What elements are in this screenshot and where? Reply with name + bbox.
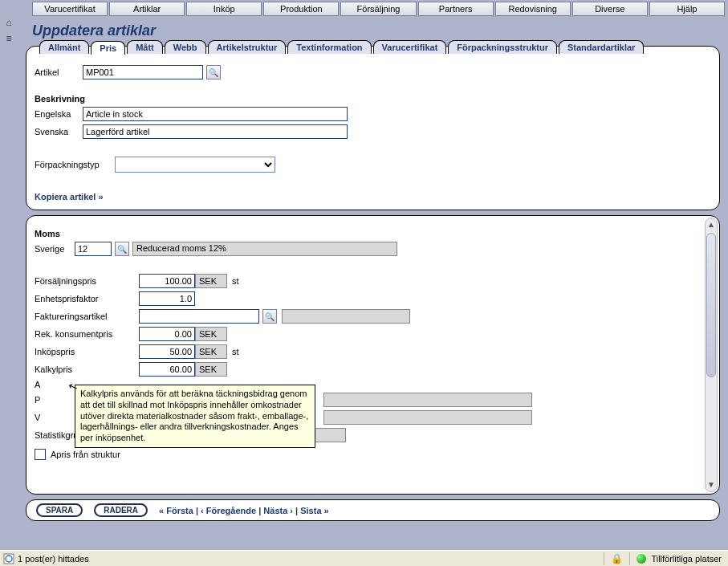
menu-forsaljning[interactable]: Försäljning xyxy=(340,2,416,16)
artikel-search-button[interactable]: 🔍 xyxy=(206,65,221,79)
tab-artikelstruktur[interactable]: Artikelstruktur xyxy=(208,40,287,54)
artikel-label: Artikel xyxy=(35,67,83,77)
kalkylpris-input[interactable] xyxy=(139,362,195,377)
status-bar: 1 post(er) hittades 🔒 Tillförlitliga pla… xyxy=(0,550,728,566)
menu-inkop[interactable]: Inköp xyxy=(186,2,262,16)
menu-diverse[interactable]: Diverse xyxy=(572,2,648,16)
obscured-desc-p xyxy=(323,393,532,407)
kalkylpris-label: Kalkylpris xyxy=(35,364,139,374)
menu-varucertifikat[interactable]: Varucertifikat xyxy=(32,2,108,16)
list-icon[interactable]: ≡ xyxy=(2,32,15,45)
engelska-input[interactable] xyxy=(83,107,348,121)
rek-konsumentpris-label: Rek. konsumentpris xyxy=(35,329,139,339)
status-divider xyxy=(629,552,630,565)
obscured-desc-v xyxy=(323,410,532,425)
menu-partners[interactable]: Partners xyxy=(418,2,494,16)
search-icon: 🔍 xyxy=(265,312,275,321)
forsaljningspris-currency: SEK xyxy=(195,274,227,288)
lock-icon: 🔒 xyxy=(611,553,623,564)
svenska-label: Svenska xyxy=(35,127,83,136)
tab-bar: Allmänt Pris Mått Webb Artikelstruktur T… xyxy=(39,40,711,54)
kalkylpris-tooltip: Kalkylpris används för att beräkna täckn… xyxy=(75,385,315,448)
tab-varucertifikat[interactable]: Varucertifikat xyxy=(373,40,447,54)
menu-artiklar[interactable]: Artiklar xyxy=(109,2,185,16)
scroll-up-icon[interactable]: ▲ xyxy=(706,218,717,231)
sverige-search-button[interactable]: 🔍 xyxy=(115,242,129,256)
footer-card: SPARA RADERA « Första | ‹ Föregående | N… xyxy=(26,499,720,521)
lower-card: ▲ ▼ Moms Sverige 🔍 Reducerad moms 12% Fö… xyxy=(26,215,720,495)
tab-standardartiklar[interactable]: Standardartiklar xyxy=(559,40,644,54)
nav-first[interactable]: « Första xyxy=(159,506,193,515)
faktureringsartikel-search-button[interactable]: 🔍 xyxy=(262,309,277,324)
sverige-desc: Reducerad moms 12% xyxy=(132,242,397,256)
obscured-label-v: V xyxy=(35,413,41,422)
sverige-label: Sverige xyxy=(35,244,75,254)
upper-card: Allmänt Pris Mått Webb Artikelstruktur T… xyxy=(26,46,720,210)
enhetsprisfaktor-input[interactable] xyxy=(139,291,195,306)
tab-forpackningsstruktur[interactable]: Förpackningsstruktur xyxy=(448,40,557,54)
obscured-label-a: A xyxy=(35,380,41,389)
nav-prev[interactable]: ‹ Föregående xyxy=(201,506,256,515)
main-area: Uppdatera artiklar Allmänt Pris Mått Web… xyxy=(22,18,723,521)
obscured-label-p: P xyxy=(35,395,41,405)
apris-checkbox[interactable] xyxy=(35,449,46,460)
tab-pris[interactable]: Pris xyxy=(91,41,125,55)
status-left-text: 1 post(er) hittades xyxy=(18,554,89,564)
status-divider xyxy=(604,552,604,565)
engelska-label: Engelska xyxy=(35,109,83,119)
zone-icon xyxy=(636,554,646,564)
forsaljningspris-input[interactable] xyxy=(139,274,195,288)
radera-button[interactable]: RADERA xyxy=(94,503,148,517)
nav-next[interactable]: Nästa › xyxy=(263,506,293,515)
kalkylpris-currency: SEK xyxy=(195,362,227,377)
rek-konsumentpris-input[interactable] xyxy=(139,327,195,341)
inkopspris-label: Inköpspris xyxy=(35,347,139,356)
spara-button[interactable]: SPARA xyxy=(36,503,83,517)
rek-konsumentpris-currency: SEK xyxy=(195,327,227,341)
menu-hjalp[interactable]: Hjälp xyxy=(649,2,725,16)
inkopspris-currency: SEK xyxy=(195,344,227,359)
tab-webb[interactable]: Webb xyxy=(165,40,206,54)
inkopspris-input[interactable] xyxy=(139,344,195,359)
scrollbar[interactable]: ▲ ▼ xyxy=(705,218,718,492)
ie-page-icon xyxy=(3,553,14,564)
apris-label: Apris från struktur xyxy=(51,450,120,459)
scroll-thumb[interactable] xyxy=(706,233,716,377)
forpackningstyp-select[interactable] xyxy=(115,157,275,173)
top-menu: Varucertifikat Artiklar Inköp Produktion… xyxy=(0,0,728,18)
faktureringsartikel-input[interactable] xyxy=(139,309,259,324)
tab-matt[interactable]: Mått xyxy=(127,40,163,54)
status-zone-text: Tillförlitliga platser xyxy=(651,554,722,564)
faktureringsartikel-desc xyxy=(282,309,410,324)
home-icon[interactable]: ⌂ xyxy=(2,16,15,29)
faktureringsartikel-label: Faktureringsartikel xyxy=(35,312,139,321)
sverige-input[interactable] xyxy=(75,242,112,256)
search-icon: 🔍 xyxy=(209,68,218,77)
search-icon: 🔍 xyxy=(117,245,127,254)
forsaljningspris-label: Försäljningspris xyxy=(35,276,139,286)
inkopspris-unit: st xyxy=(232,347,239,356)
svenska-input[interactable] xyxy=(83,124,348,139)
moms-title: Moms xyxy=(35,229,711,238)
kopiera-artikel-link[interactable]: Kopiera artikel » xyxy=(35,192,104,202)
menu-produktion[interactable]: Produktion xyxy=(263,2,339,16)
forpackningstyp-label: Förpackningstyp xyxy=(35,160,115,169)
artikel-input[interactable] xyxy=(83,65,203,79)
tab-textinformation[interactable]: Textinformation xyxy=(287,40,371,54)
forsaljningspris-unit: st xyxy=(232,276,239,286)
menu-redovisning[interactable]: Redovisning xyxy=(495,2,571,16)
left-icon-column: ⌂ ≡ xyxy=(2,16,18,48)
beskrivning-title: Beskrivning xyxy=(35,94,711,104)
scroll-down-icon[interactable]: ▼ xyxy=(706,478,717,491)
record-nav: « Första | ‹ Föregående | Nästa › | Sist… xyxy=(159,506,329,515)
nav-last[interactable]: Sista » xyxy=(300,506,328,515)
tab-allmant[interactable]: Allmänt xyxy=(39,40,89,54)
enhetsprisfaktor-label: Enhetsprisfaktor xyxy=(35,294,139,303)
